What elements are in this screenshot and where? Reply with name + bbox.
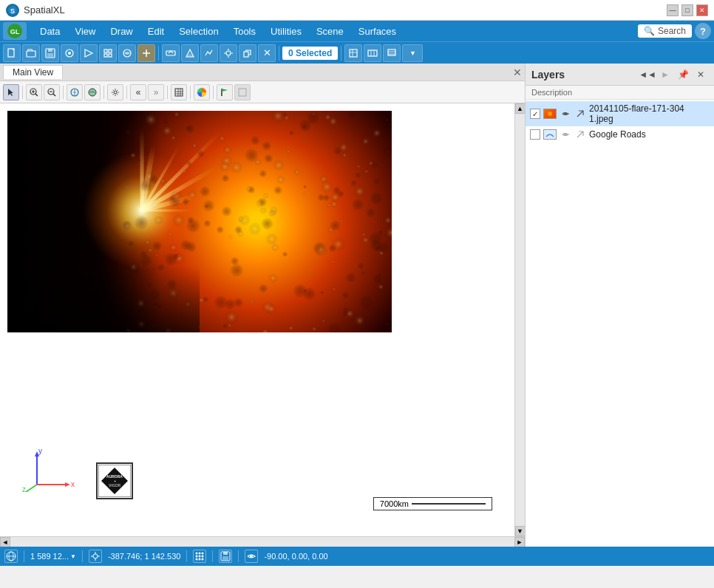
menu-view[interactable]: View — [67, 23, 103, 40]
svg-text:x: x — [71, 480, 75, 488]
scroll-up[interactable]: ▲ — [515, 103, 526, 114]
tb13[interactable] — [239, 44, 256, 62]
menu-selection[interactable]: Selection — [171, 23, 225, 40]
layers-header: Layers ◄◄ ► 📌 ✕ — [526, 64, 714, 86]
globe-button2[interactable] — [84, 84, 101, 100]
color-palette-button[interactable] — [194, 84, 210, 100]
help-button[interactable]: ? — [695, 23, 711, 39]
logo-badge: AURORA ✦ VIGOR — [96, 462, 133, 499]
scroll-track-v[interactable] — [515, 114, 525, 526]
svg-point-48 — [564, 133, 567, 136]
tb17[interactable] — [383, 44, 401, 62]
solar-canvas — [7, 111, 392, 332]
viewer-toolbar: « » — [0, 81, 525, 103]
layer-name-roads: Google Roads — [589, 129, 710, 140]
menu-scene[interactable]: Scene — [309, 23, 351, 40]
grid-button[interactable] — [171, 84, 187, 100]
window-controls[interactable]: — □ ✕ — [667, 4, 708, 16]
close-button[interactable]: ✕ — [696, 4, 708, 16]
svg-rect-30 — [239, 89, 246, 96]
svg-point-46 — [564, 112, 567, 115]
statusbar: 1 589 12... ▼ -387.746; 1 142.530 -90.00… — [0, 547, 714, 566]
layer-checkbox-solar[interactable] — [530, 109, 540, 119]
svg-rect-14 — [109, 54, 112, 57]
axes-indicator: y x z — [22, 448, 81, 492]
tb4[interactable] — [61, 44, 78, 62]
status-icon-item — [4, 550, 18, 563]
svg-rect-12 — [109, 49, 112, 52]
settings-button[interactable] — [107, 84, 123, 100]
tb5[interactable] — [80, 44, 98, 62]
scroll-left[interactable]: ◄ — [0, 537, 10, 547]
map-canvas[interactable]: y x z AURORA ✦ VIGOR — [0, 103, 514, 536]
separator2 — [279, 46, 279, 61]
svg-rect-7 — [48, 49, 52, 52]
back-button[interactable]: « — [130, 84, 146, 100]
save-status-icon — [219, 550, 232, 563]
tab-close-icon[interactable]: ✕ — [513, 66, 522, 78]
minimize-button[interactable]: — — [667, 4, 679, 16]
tab-main-view[interactable]: Main View — [3, 65, 63, 79]
menu-edit[interactable]: Edit — [140, 23, 171, 40]
svg-text:AURORA: AURORA — [106, 474, 123, 479]
layer-checkbox-roads[interactable] — [530, 129, 540, 140]
svg-point-59 — [202, 553, 204, 555]
svg-text:S: S — [10, 7, 15, 15]
layers-panel: Layers ◄◄ ► 📌 ✕ Description 201 — [525, 64, 714, 547]
svg-rect-27 — [175, 89, 183, 96]
flag-button[interactable] — [217, 84, 233, 100]
solar-image — [7, 111, 392, 332]
menu-data[interactable]: Data — [33, 23, 67, 40]
layers-column-header: Description — [526, 86, 714, 100]
menu-tools[interactable]: Tools — [226, 23, 263, 40]
vt-sep1 — [22, 86, 23, 99]
scroll-track-h[interactable] — [10, 537, 514, 547]
menu-utilities[interactable]: Utilities — [263, 23, 309, 40]
tb16[interactable] — [364, 44, 381, 62]
svg-marker-34 — [65, 482, 70, 487]
coord-icon-item — [89, 550, 102, 563]
vertical-scrollbar[interactable]: ▲ ▼ — [514, 103, 525, 536]
select-tool[interactable] — [3, 84, 19, 100]
app-title: SpatialXL — [24, 4, 65, 16]
zoom-out-button[interactable] — [44, 84, 60, 100]
scroll-right[interactable]: ► — [514, 537, 525, 547]
svg-point-10 — [68, 52, 71, 55]
menu-draw[interactable]: Draw — [103, 23, 140, 40]
tb7[interactable] — [118, 44, 136, 62]
maximize-button[interactable]: □ — [681, 4, 693, 16]
zoom-in-button[interactable] — [26, 84, 42, 100]
tb11[interactable] — [200, 44, 218, 62]
svg-point-26 — [114, 91, 117, 94]
tb12[interactable] — [220, 44, 237, 62]
forward-button[interactable]: » — [148, 84, 164, 100]
layers-back-button[interactable]: ◄◄ — [640, 67, 655, 82]
layers-close-button[interactable]: ✕ — [693, 67, 708, 82]
layers-forward-button[interactable]: ► — [658, 67, 673, 82]
open-button[interactable] — [22, 44, 40, 62]
save-button[interactable] — [41, 44, 59, 62]
new-button[interactable] — [3, 44, 21, 62]
layers-pin-button[interactable]: 📌 — [676, 67, 690, 82]
tb10[interactable] — [181, 44, 199, 62]
svg-text:GL: GL — [10, 28, 20, 35]
tb15[interactable] — [344, 44, 362, 62]
svg-point-62 — [202, 555, 204, 558]
tb9[interactable] — [162, 44, 180, 62]
tb8[interactable] — [137, 44, 155, 62]
scale-bar: 7000km — [373, 497, 492, 510]
placeholder-button[interactable] — [234, 84, 251, 100]
tb14[interactable]: ✕ — [258, 44, 276, 62]
globe-button1[interactable] — [67, 84, 83, 100]
layer-item-solar[interactable]: 20141105-flare-171-304 1.jpeg — [526, 101, 714, 126]
zoom-dropdown[interactable]: 1 589 12... ▼ — [30, 552, 76, 561]
scroll-down[interactable]: ▼ — [515, 526, 526, 536]
svg-rect-67 — [223, 552, 228, 555]
tb6[interactable] — [99, 44, 117, 62]
search-bar[interactable]: 🔍 Search — [638, 24, 692, 38]
tb18[interactable]: ▼ — [402, 44, 423, 62]
titlebar: S SpatialXL — □ ✕ — [0, 0, 714, 21]
menu-surfaces[interactable]: Surfaces — [351, 23, 404, 40]
horizontal-scrollbar[interactable]: ◄ ► — [0, 536, 525, 547]
layer-item-roads[interactable]: Google Roads — [526, 126, 714, 143]
